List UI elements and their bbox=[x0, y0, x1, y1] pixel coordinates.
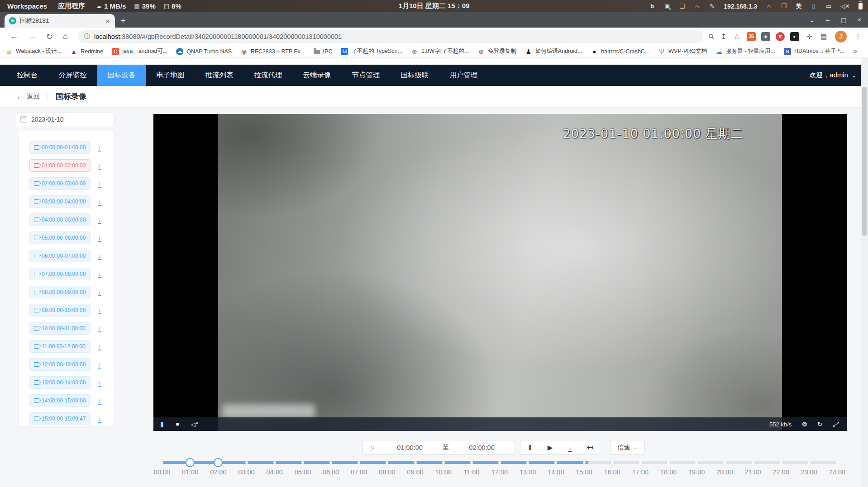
segment-button[interactable]: 02:00:00-03:00:00 bbox=[29, 177, 91, 190]
segment-button[interactable]: 04:00:00-05:00:00 bbox=[29, 213, 91, 226]
pause-icon[interactable]: ‖ bbox=[160, 421, 164, 428]
segment-button[interactable]: 11:00:00-12:00:00 bbox=[29, 340, 91, 353]
playback-button[interactable]: ↤ bbox=[580, 440, 600, 455]
start-time-value[interactable]: 01:00:00 bbox=[377, 444, 443, 451]
bookmark-item[interactable]: ≣ Webstack - 设计... bbox=[5, 47, 62, 55]
segment-button[interactable]: 14:00:00-15:00:00 bbox=[29, 394, 91, 407]
new-tab-button[interactable]: + bbox=[120, 14, 126, 28]
bookmark-item[interactable]: ⊕ 免登录复制 bbox=[477, 47, 516, 55]
forward-icon[interactable]: → bbox=[28, 32, 36, 41]
extension-icon[interactable]: ▤ bbox=[819, 32, 828, 41]
back-icon[interactable]: ← bbox=[10, 32, 18, 41]
page-scrollbar[interactable] bbox=[861, 58, 868, 487]
bookmark-item[interactable]: C java、android可... bbox=[112, 47, 167, 55]
end-time-value[interactable]: 02:00:00 bbox=[449, 444, 515, 451]
segment-download-button[interactable]: ↓ bbox=[98, 144, 101, 151]
time-range-input[interactable]: ◷ 01:00:00 至 02:00:00 bbox=[362, 440, 515, 455]
window-control-icon[interactable]: × bbox=[856, 16, 863, 24]
bookmark-item[interactable]: ▲ Redmine bbox=[70, 48, 103, 55]
segment-download-button[interactable]: ↓ bbox=[98, 343, 101, 350]
site-info-icon[interactable]: ⓘ bbox=[84, 33, 90, 41]
tray-icon[interactable]: ❏ bbox=[679, 3, 685, 9]
nav-tab[interactable]: 云端录像 bbox=[293, 65, 342, 86]
bookmark-item[interactable]: IPC bbox=[314, 48, 333, 55]
segment-download-button[interactable]: ↓ bbox=[98, 397, 101, 405]
nav-tab[interactable]: 控制台 bbox=[6, 65, 48, 86]
extension-icon[interactable]: ▸ bbox=[790, 32, 799, 41]
bookmark-item[interactable]: ⊕ 1.8W字|了不起的... bbox=[411, 47, 469, 55]
tray-icon[interactable]: ◁✕ bbox=[840, 3, 850, 9]
tray-icon[interactable]: ▭ bbox=[825, 3, 832, 9]
bookmark-item[interactable]: N HDAtmos :: 种子 *... bbox=[784, 47, 844, 55]
fullscreen-icon[interactable]: ↗↙ bbox=[833, 421, 839, 428]
segment-button[interactable]: 03:00:00-04:00:00 bbox=[29, 195, 91, 208]
segment-download-button[interactable]: ↓ bbox=[98, 216, 101, 224]
playback-button[interactable]: ‖ bbox=[520, 440, 540, 455]
extension-icon[interactable]: ✖ bbox=[776, 32, 785, 41]
tray-icon[interactable]: ⌂ bbox=[766, 3, 772, 9]
window-control-icon[interactable]: – bbox=[825, 16, 831, 24]
nav-tab[interactable]: 分屏监控 bbox=[48, 65, 97, 86]
date-picker-input[interactable]: 2023-01-10 bbox=[15, 113, 114, 126]
extension-icon[interactable]: JS bbox=[747, 32, 756, 41]
address-bar[interactable]: ⓘ localhost:38080/#/gbRecordDetail/34020… bbox=[78, 30, 703, 43]
mute-icon[interactable]: ◁✕ bbox=[191, 421, 199, 428]
segment-button[interactable]: 08:00:00-09:00:00 bbox=[29, 286, 91, 298]
segment-download-button[interactable]: ↓ bbox=[98, 379, 101, 387]
tray-icon[interactable]: ▯ bbox=[811, 3, 817, 9]
segment-download-button[interactable]: ↓ bbox=[98, 415, 101, 423]
bookmark-item[interactable]: Ψ WVP-PRO文档 bbox=[658, 47, 707, 55]
tray-icon[interactable]: b bbox=[649, 3, 655, 9]
share-icon[interactable]: ↥ bbox=[720, 32, 726, 41]
ip-address[interactable]: 192.168.1.3 bbox=[724, 3, 757, 10]
bookmark-item[interactable]: ☁ 服务器 - 轻量应用... bbox=[715, 47, 775, 55]
nav-tab[interactable]: 国标设备 bbox=[97, 65, 146, 86]
nav-tab[interactable]: 电子地图 bbox=[146, 65, 195, 86]
playback-button[interactable]: ↓ bbox=[560, 440, 580, 455]
video-player[interactable]: 2023-01-10 01:00:00 星期二 ‖ ■ ◁✕ 552 kb/s … bbox=[153, 114, 847, 431]
refresh-icon[interactable]: ↻ bbox=[817, 421, 822, 428]
window-control-icon[interactable]: ▢ bbox=[840, 16, 847, 24]
back-button[interactable]: ← 返回 bbox=[16, 92, 40, 101]
nav-tab[interactable]: 节点管理 bbox=[342, 65, 391, 86]
scrollbar-thumb[interactable] bbox=[862, 87, 867, 236]
segment-button[interactable]: 15:00:00-15:09:47 bbox=[29, 412, 91, 425]
bookmarks-overflow-icon[interactable]: » bbox=[854, 47, 857, 55]
playback-speed-button[interactable]: 倍速 ⌄ bbox=[610, 440, 645, 455]
window-control-icon[interactable]: ⌄ bbox=[809, 16, 815, 24]
workspaces-button[interactable]: Workspaces bbox=[7, 2, 47, 10]
reload-icon[interactable]: ↻ bbox=[46, 32, 53, 42]
bookmark-star-icon[interactable]: ☆ bbox=[734, 32, 740, 41]
nav-tab[interactable]: 推流列表 bbox=[195, 65, 244, 86]
password-key-icon[interactable]: ⚲ bbox=[706, 32, 716, 42]
segment-button[interactable]: 09:00:00-10:00:00 bbox=[29, 304, 91, 317]
browser-tab[interactable]: ❋ 国标28181 × bbox=[5, 14, 115, 28]
tab-close-icon[interactable]: × bbox=[105, 17, 110, 25]
segment-download-button[interactable]: ↓ bbox=[98, 361, 101, 369]
profile-avatar[interactable]: J bbox=[835, 31, 847, 43]
extension-icon[interactable]: ✛ bbox=[805, 32, 814, 41]
nav-tab[interactable]: 国标级联 bbox=[391, 65, 439, 86]
bookmark-item[interactable]: ● hairrrrr/C-CrashC... bbox=[591, 48, 649, 55]
user-menu[interactable]: 欢迎，admin ⌄ bbox=[809, 65, 868, 86]
timeline-handle[interactable] bbox=[186, 458, 195, 467]
segment-button[interactable]: 07:00:00-08:00:00 bbox=[29, 268, 91, 280]
segment-button[interactable]: 12:00:00-13:00:00 bbox=[29, 358, 91, 371]
browser-menu-icon[interactable]: ⋮ bbox=[854, 32, 862, 41]
segment-download-button[interactable]: ↓ bbox=[98, 325, 101, 332]
battery-icon[interactable] bbox=[858, 3, 863, 9]
segment-download-button[interactable]: ↓ bbox=[98, 234, 101, 242]
home-icon[interactable]: ⌂ bbox=[63, 32, 68, 41]
playback-button[interactable]: ▶ bbox=[540, 440, 560, 455]
segment-download-button[interactable]: ↓ bbox=[98, 162, 101, 170]
tray-icon[interactable]: ☕ bbox=[694, 3, 700, 9]
segment-download-button[interactable]: ↓ bbox=[98, 252, 101, 260]
snapshot-icon[interactable]: ❂ bbox=[802, 421, 807, 428]
timeline-handle[interactable] bbox=[214, 458, 223, 467]
segment-download-button[interactable]: ↓ bbox=[98, 180, 101, 188]
segment-download-button[interactable]: ↓ bbox=[98, 270, 101, 278]
bookmark-item[interactable]: ☁ QNAP Turbo NAS bbox=[176, 48, 232, 55]
stop-icon[interactable]: ■ bbox=[176, 421, 179, 427]
bookmark-item[interactable]: 知 了不起的 TypeScri... bbox=[341, 47, 402, 55]
bookmark-item[interactable]: ◉ RFC2833 – RTP Ev... bbox=[240, 48, 305, 55]
